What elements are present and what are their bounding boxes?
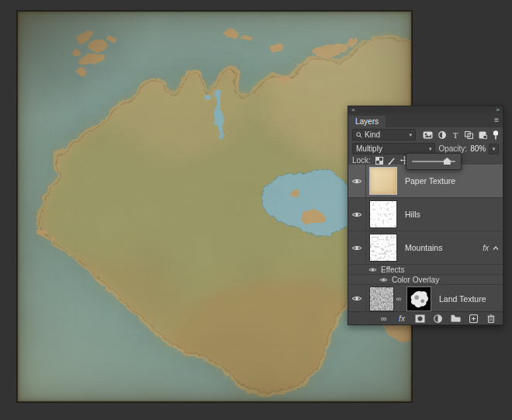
lock-brush-icon[interactable]	[388, 157, 396, 165]
layer-name[interactable]: Hills	[405, 210, 420, 219]
layer-name[interactable]: Paper Texture	[405, 176, 455, 186]
add-mask-icon[interactable]	[414, 314, 425, 324]
layer-row-mountains[interactable]: Mountains fx	[348, 231, 503, 265]
effects-label: Effects	[381, 266, 404, 274]
chevron-down-icon: ▾	[409, 132, 412, 137]
eye-icon	[351, 245, 362, 252]
chevron-down-icon: ▾	[429, 146, 432, 151]
blend-mode-value: Multiply	[356, 144, 382, 153]
visibility-toggle[interactable]	[348, 165, 366, 197]
photoshop-workspace: × » Layers ≡ Kind ▾	[0, 0, 512, 420]
color-overlay-label: Color Overlay	[392, 276, 439, 284]
chevron-down-icon: ▾	[493, 146, 496, 152]
selection-bracket	[369, 191, 373, 195]
lock-label: Lock:	[352, 156, 371, 165]
selection-bracket	[369, 167, 373, 171]
layers-panel: × » Layers ≡ Kind ▾	[348, 106, 503, 325]
visibility-toggle[interactable]	[348, 231, 366, 264]
layer-name[interactable]: Mountains	[405, 243, 442, 252]
filter-type-icons: T	[423, 130, 499, 140]
layer-list: Paper Texture Hills	[348, 165, 503, 311]
color-overlay-row[interactable]: Color Overlay	[348, 275, 503, 285]
eye-icon	[368, 267, 377, 272]
opacity-slider-thumb[interactable]	[444, 158, 451, 165]
opacity-slider-popup	[406, 153, 462, 170]
effects-row[interactable]: Effects	[348, 265, 503, 275]
visibility-toggle[interactable]	[379, 277, 388, 283]
tab-layers[interactable]: Layers	[348, 116, 386, 127]
smart-objects-filter-icon[interactable]	[479, 131, 487, 139]
filter-toggle-icon[interactable]	[493, 130, 499, 140]
layer-mask-link-icon[interactable]: ∞	[394, 295, 403, 303]
layer-filter-row: Kind ▾ T	[348, 127, 503, 142]
layer-fx-badge[interactable]: fx	[483, 244, 489, 252]
search-icon	[356, 132, 362, 138]
shape-layers-filter-icon[interactable]	[465, 131, 473, 139]
layer-style-icon[interactable]: fx	[396, 314, 407, 324]
visibility-toggle[interactable]	[368, 267, 377, 272]
selection-bracket	[393, 191, 397, 195]
layers-panel-toolbar: ∞ fx	[348, 311, 503, 325]
panel-menu-icon[interactable]: ≡	[494, 116, 499, 124]
visibility-toggle[interactable]	[348, 285, 366, 311]
pixel-layers-filter-icon[interactable]	[423, 131, 433, 139]
new-layer-icon[interactable]	[468, 314, 479, 324]
opacity-value[interactable]: 80%	[470, 144, 486, 153]
visibility-toggle[interactable]	[348, 198, 366, 231]
svg-text:T: T	[453, 131, 458, 139]
layer-mask-thumbnail[interactable]	[406, 286, 431, 311]
type-layers-filter-icon[interactable]: T	[451, 131, 459, 139]
opacity-dropdown-button[interactable]: ▾	[489, 144, 499, 154]
selection-bracket	[393, 167, 397, 171]
layer-thumbnail-land-texture[interactable]	[369, 286, 394, 311]
eye-icon	[379, 277, 388, 283]
delete-layer-icon[interactable]	[486, 314, 496, 324]
link-layers-icon[interactable]: ∞	[379, 314, 389, 324]
opacity-slider-track[interactable]	[412, 161, 455, 162]
adjustment-layers-filter-icon[interactable]	[438, 131, 446, 139]
new-group-icon[interactable]	[450, 314, 461, 324]
filter-kind-label: Kind	[365, 130, 380, 139]
layer-thumbnail-mountains[interactable]	[369, 234, 397, 262]
filter-kind-dropdown[interactable]: Kind ▾	[352, 129, 416, 141]
panel-titlebar: × »	[348, 106, 503, 113]
layer-name[interactable]: Land Texture	[439, 294, 486, 304]
opacity-label: Opacity:	[438, 144, 467, 153]
eye-icon	[351, 211, 362, 218]
adjustment-layer-icon[interactable]	[432, 314, 443, 324]
close-icon[interactable]: ×	[351, 107, 355, 113]
layer-row-land-texture[interactable]: ∞ Land Texture	[348, 285, 503, 311]
layer-row-hills[interactable]: Hills	[348, 198, 503, 231]
lock-transparent-icon[interactable]	[375, 157, 383, 165]
collapse-effects-icon[interactable]	[493, 246, 499, 250]
eye-icon	[351, 178, 362, 185]
layer-thumbnail-paper-texture[interactable]	[369, 167, 397, 195]
collapse-panel-icon[interactable]: »	[496, 107, 500, 113]
panel-tab-bar: Layers ≡	[348, 113, 503, 127]
eye-icon	[351, 295, 362, 302]
layers-tab-label: Layers	[355, 117, 379, 126]
layer-thumbnail-hills[interactable]	[369, 200, 397, 228]
